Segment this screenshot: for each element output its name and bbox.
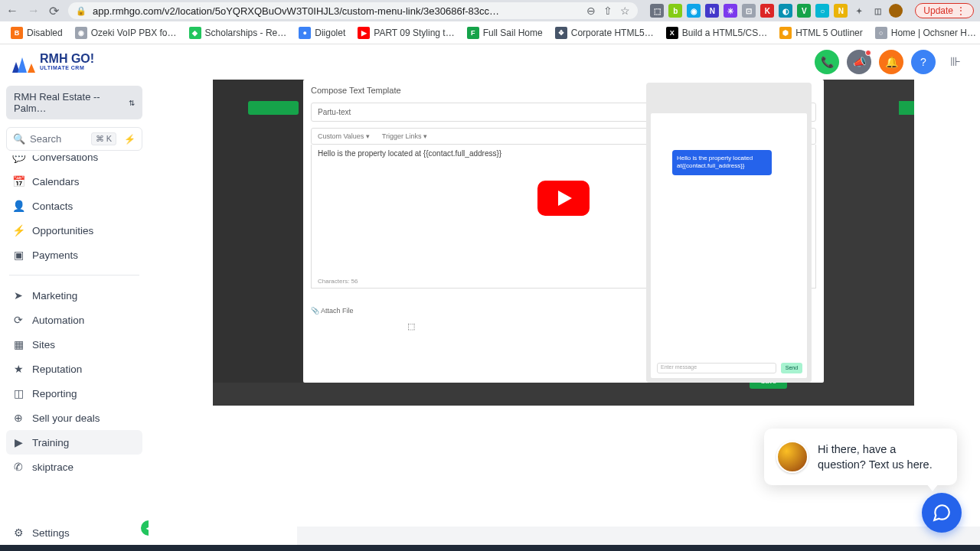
bookmark-item[interactable]: XBuild a HTML5/CS… (662, 24, 772, 41)
nav-icon: 💬 (12, 155, 24, 163)
browser-toolbar: ← → ⟳ 🔒 app.rmhgo.com/v2/location/5oYQRX… (0, 0, 980, 21)
cursor-icon: ⬚ (407, 321, 415, 331)
announce-button[interactable]: 📣 (847, 50, 871, 74)
back-button[interactable]: ← (6, 4, 18, 18)
sidebar-item[interactable]: ▦Sites (6, 332, 142, 357)
app-logo[interactable]: RMH GO! ULTIMATE CRM (12, 51, 94, 73)
notifications-button[interactable]: 🔔 (879, 50, 903, 74)
nav-icon: ★ (12, 363, 24, 375)
nav-icon: ◫ (12, 387, 24, 399)
sidebar-item[interactable]: ▣Payments (6, 243, 142, 267)
extension-icon[interactable]: ⬚ (650, 4, 664, 18)
bookmark-favicon: ◉ (75, 27, 87, 39)
bookmark-favicon: ● (299, 27, 311, 39)
sidebar-item[interactable]: 💬Conversations (6, 155, 142, 169)
extension-icon[interactable]: ⊡ (742, 4, 756, 18)
profile-avatar[interactable] (889, 4, 903, 18)
chat-fab[interactable] (922, 493, 962, 533)
bookmark-item[interactable]: ●Diigolet (294, 24, 350, 41)
nav-icon: ⊕ (12, 412, 24, 424)
update-button[interactable]: Update⋮ (915, 3, 974, 18)
bookmark-favicon: ◆ (189, 27, 201, 39)
lock-icon: 🔒 (76, 6, 87, 16)
extension-icon[interactable]: N (834, 4, 848, 18)
location-selector[interactable]: RMH Real Estate -- Palm… ⇅ (6, 86, 142, 119)
bookmark-item[interactable]: ⬢HTML 5 Outliner (775, 24, 867, 41)
sidebar: RMH Real Estate -- Palm… ⇅ 🔍 Search ⌘ K … (0, 80, 149, 551)
chat-prompt[interactable]: Hi there, have a question? Text us here. (764, 429, 957, 485)
main-content: Compose Text Template Partu-text Custom … (149, 80, 980, 551)
sidepanel-icon[interactable]: ◫ (871, 4, 884, 18)
sidebar-item[interactable]: ➤Marketing (6, 283, 142, 308)
help-button[interactable]: ? (911, 50, 936, 74)
bookmark-favicon: ▶ (358, 27, 370, 39)
bookmark-item[interactable]: BDisabled (6, 24, 67, 41)
extension-icon[interactable]: ◉ (687, 4, 701, 18)
sidebar-item[interactable]: ⚡Opportunities (6, 218, 142, 243)
menu-icon[interactable]: ⊪ (943, 50, 968, 74)
nav-icon: ▶ (12, 436, 24, 448)
bookmark-favicon: F (467, 27, 479, 39)
nav-icon: ✆ (12, 461, 24, 473)
search-input[interactable]: 🔍 Search ⌘ K ⚡ (6, 127, 142, 151)
phone-preview: Hello is the property located at{{contac… (646, 83, 812, 383)
sidebar-item[interactable]: ▶Training (6, 430, 142, 455)
nav-icon: ⚡ (12, 224, 24, 236)
bookmark-item[interactable]: ❖Corporate HTML5… (550, 24, 658, 41)
url-text: app.rmhgo.com/v2/location/5oYQRXQBuOvW3T… (93, 5, 580, 17)
sidebar-item[interactable]: ★Reputation (6, 357, 142, 381)
star-icon[interactable]: ☆ (620, 5, 630, 17)
chat-avatar (776, 441, 808, 473)
app-header: RMH GO! ULTIMATE CRM 📞 📣 🔔 ? ⊪ (0, 44, 980, 80)
gear-icon: ⚙ (12, 527, 24, 539)
bookmark-item[interactable]: FFull Sail Home (462, 24, 547, 41)
bolt-icon: ⚡ (124, 134, 136, 145)
extension-icon[interactable]: ✳ (724, 4, 737, 18)
extension-icon[interactable]: N (705, 4, 719, 18)
bookmark-favicon: ❖ (555, 27, 567, 39)
sidebar-item[interactable]: ⊕Sell your deals (6, 406, 142, 430)
bookmark-favicon: ○ (875, 27, 887, 39)
address-bar[interactable]: 🔒 app.rmhgo.com/v2/location/5oYQRXQBuOvW… (68, 2, 638, 19)
forward-button[interactable]: → (28, 4, 40, 18)
chevron-updown-icon: ⇅ (129, 99, 135, 107)
bookmarks-bar: BDisabled◉Ozeki VoIP PBX fo…◆Scholarship… (0, 21, 980, 44)
phone-button[interactable]: 📞 (815, 50, 839, 74)
bookmark-item[interactable]: ◉Ozeki VoIP PBX fo… (70, 24, 181, 41)
nav-icon: ➤ (12, 289, 24, 302)
play-button[interactable] (537, 181, 590, 216)
extension-icon[interactable]: b (668, 4, 682, 18)
extension-icon[interactable]: V (797, 4, 811, 18)
bookmark-favicon: X (666, 27, 678, 39)
sidebar-item[interactable]: ◫Reporting (6, 381, 142, 406)
sidebar-item[interactable]: 👤Contacts (6, 194, 142, 218)
extension-icon[interactable]: ○ (815, 4, 829, 18)
nav-icon: ⟳ (12, 314, 24, 326)
bookmark-favicon: ⬢ (779, 27, 792, 39)
sidebar-item-settings[interactable]: ⚙ Settings (6, 520, 142, 545)
nav-icon: ▦ (12, 338, 24, 350)
sidebar-item[interactable]: 📅Calendars (6, 169, 142, 194)
search-icon: 🔍 (13, 133, 25, 145)
bookmark-item[interactable]: ◆Scholarships - Re… (185, 24, 292, 41)
sidebar-item[interactable]: ✆skiptrace (6, 455, 142, 479)
nav-icon: 👤 (12, 200, 24, 212)
reload-button[interactable]: ⟳ (49, 4, 59, 18)
extension-icon[interactable]: ◐ (779, 4, 792, 18)
nav-icon: ▣ (12, 249, 24, 261)
sidebar-item[interactable]: ⟳Automation (6, 308, 142, 332)
shortcut-badge: ⌘ K (91, 132, 116, 145)
bookmark-item[interactable]: ○Home | Ochsner H… (871, 24, 980, 41)
share-icon[interactable]: ⇧ (603, 5, 612, 17)
nav-icon: 📅 (12, 175, 24, 187)
extension-icon[interactable]: K (760, 4, 774, 18)
key-icon[interactable]: ⊖ (586, 5, 596, 17)
extensions-tray: ⬚ b ◉ N ✳ ⊡ K ◐ V ○ N ✦ ◫ (647, 4, 906, 18)
bookmark-favicon: B (11, 27, 23, 39)
bookmark-item[interactable]: ▶PART 09 Styling t… (353, 24, 459, 41)
extensions-menu-icon[interactable]: ✦ (852, 4, 866, 18)
video-player[interactable]: Compose Text Template Partu-text Custom … (213, 80, 914, 406)
